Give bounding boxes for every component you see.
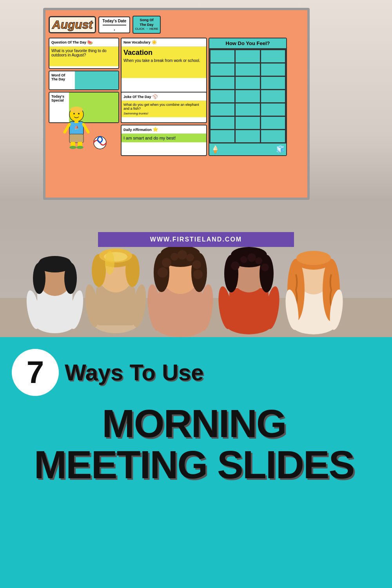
svg-point-65 (240, 256, 247, 263)
headline-row: 7 Ways To Use (12, 349, 204, 396)
feel-bottom: 🍦 🧊 (209, 143, 286, 155)
website-banner: WWW.FIRSTIELAND.COM (98, 232, 294, 247)
feel-cell (235, 50, 260, 63)
feel-grid (209, 49, 286, 143)
feel-cell (261, 63, 285, 76)
ways-to-use-text: Ways To Use (65, 361, 204, 384)
svg-point-11 (76, 146, 83, 149)
feel-cell (261, 103, 285, 116)
svg-point-53 (193, 270, 203, 279)
feel-cell (210, 90, 235, 103)
svg-point-2 (73, 113, 75, 114)
joke-text: What do you get when you combine an elep… (122, 101, 206, 117)
svg-text:⛵: ⛵ (74, 125, 79, 130)
svg-point-3 (78, 113, 80, 114)
svg-point-24 (39, 256, 71, 268)
svg-point-23 (64, 263, 77, 294)
question-box: Question Of The Day 🍉 What is your favor… (49, 38, 119, 69)
feel-cell (261, 130, 285, 143)
month-title: August (49, 16, 96, 33)
svg-rect-57 (229, 288, 269, 327)
svg-point-48 (171, 253, 178, 261)
feel-cell (235, 130, 260, 143)
svg-point-52 (158, 267, 168, 278)
svg-point-49 (178, 250, 187, 260)
feel-cell (261, 90, 285, 103)
feel-cell (210, 116, 235, 129)
feel-cell (261, 116, 285, 129)
svg-point-68 (261, 263, 269, 271)
feel-cell (210, 50, 235, 63)
svg-point-67 (255, 257, 262, 264)
affirmation-box: Daily Affirmation ⭐ I am smart and do my… (121, 125, 207, 156)
svg-rect-7 (69, 134, 83, 143)
photo-section: August Today's Date , Song Of The Day CL… (0, 0, 392, 337)
morning-meeting-slide: August Today's Date , Song Of The Day CL… (45, 10, 307, 198)
svg-point-50 (186, 254, 194, 261)
bottom-section: 7 Ways To Use MORNING MEETING SLIDES (0, 337, 392, 588)
feel-cell (235, 90, 260, 103)
kids-svg (0, 180, 392, 337)
svg-point-61 (224, 255, 238, 292)
slide-header: August Today's Date , Song Of The Day CL… (49, 13, 287, 36)
svg-line-13 (83, 124, 88, 132)
svg-line-12 (65, 124, 69, 132)
meeting-slides-text: MEETING SLIDES (34, 445, 354, 484)
ball-svg (93, 136, 107, 150)
feel-cell (210, 76, 235, 89)
feel-cell (210, 63, 235, 76)
feel-cell (235, 63, 260, 76)
svg-point-10 (69, 146, 76, 149)
number-circle: 7 (12, 349, 59, 396)
feel-cell (235, 116, 260, 129)
feel-cell (261, 50, 285, 63)
kids-container (0, 180, 392, 337)
feel-cell (235, 103, 260, 116)
feel-cell (235, 76, 260, 89)
svg-point-51 (192, 260, 201, 269)
feel-cell (261, 76, 285, 89)
feel-cell (210, 103, 235, 116)
svg-rect-6 (74, 121, 78, 123)
feel-cell (210, 130, 235, 143)
character-illustration: ⛵ (61, 107, 107, 154)
svg-point-1 (70, 107, 83, 113)
svg-point-47 (162, 258, 171, 267)
question-text: What is your favorite thing to do outdoo… (49, 47, 118, 66)
svg-point-66 (247, 253, 256, 262)
svg-point-78 (296, 251, 331, 265)
feel-box: How Do You Feel? (209, 38, 287, 156)
today-date-box: Today's Date , (98, 16, 130, 33)
svg-rect-40 (159, 288, 202, 329)
svg-point-64 (231, 261, 240, 270)
morning-text: MORNING (102, 404, 286, 443)
character-svg: ⛵ (61, 107, 92, 150)
svg-point-36 (105, 251, 114, 274)
joke-box: Joke Of The Day ⚾ What do you get when y… (121, 92, 207, 123)
svg-point-22 (33, 263, 45, 294)
whiteboard: August Today's Date , Song Of The Day CL… (43, 8, 310, 200)
word-of-day-box: Word Of The Day (49, 71, 119, 90)
song-box: Song Of The Day CLICK → HERE (132, 16, 160, 34)
affirmation-text: I am smart and do my best! (122, 134, 206, 142)
character-area: ⛵ (49, 125, 119, 156)
